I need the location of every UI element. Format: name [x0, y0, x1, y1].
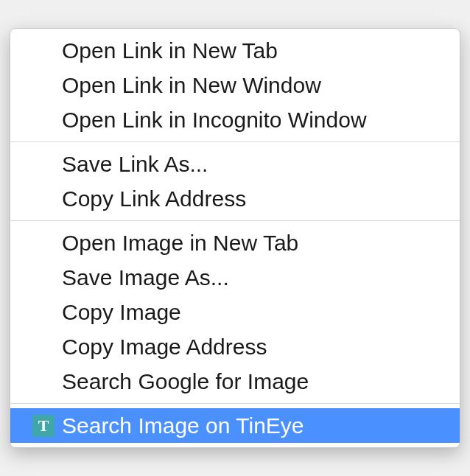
menu-item-open-image-new-tab[interactable]: Open Image in New Tab — [10, 225, 460, 260]
menu-item-label: Search Google for Image — [62, 371, 309, 393]
menu-item-search-tineye[interactable]: T Search Image on TinEye — [10, 408, 460, 443]
menu-item-label: Open Link in New Window — [62, 74, 321, 97]
menu-item-save-link-as[interactable]: Save Link As... — [10, 147, 460, 181]
menu-item-copy-image[interactable]: Copy Image — [10, 295, 460, 329]
menu-item-copy-image-address[interactable]: Copy Image Address — [10, 329, 460, 364]
menu-item-label: Copy Link Address — [62, 188, 246, 210]
menu-item-label: Open Link in New Tab — [62, 40, 278, 62]
menu-item-open-link-incognito-window[interactable]: Open Link in Incognito Window — [10, 102, 460, 137]
menu-item-label: Copy Image — [62, 301, 181, 323]
menu-item-label: Save Image As... — [62, 267, 229, 289]
menu-item-label: Open Link in Incognito Window — [62, 109, 367, 131]
tineye-icon-letter: T — [32, 415, 55, 437]
tineye-icon: T — [32, 415, 55, 437]
context-menu: Open Link in New Tab Open Link in New Wi… — [10, 28, 460, 448]
menu-item-open-link-new-tab[interactable]: Open Link in New Tab — [10, 33, 460, 68]
menu-item-search-google-image[interactable]: Search Google for Image — [10, 364, 460, 399]
menu-item-label: Open Image in New Tab — [62, 232, 298, 254]
menu-item-save-image-as[interactable]: Save Image As... — [10, 260, 460, 295]
menu-separator — [10, 220, 460, 221]
menu-separator — [10, 403, 460, 404]
menu-item-copy-link-address[interactable]: Copy Link Address — [10, 181, 460, 216]
menu-item-open-link-new-window[interactable]: Open Link in New Window — [10, 68, 460, 102]
menu-separator — [10, 141, 460, 142]
menu-item-label: Search Image on TinEye — [62, 415, 304, 437]
menu-item-label: Save Link As... — [62, 153, 208, 175]
menu-item-label: Copy Image Address — [62, 336, 267, 358]
